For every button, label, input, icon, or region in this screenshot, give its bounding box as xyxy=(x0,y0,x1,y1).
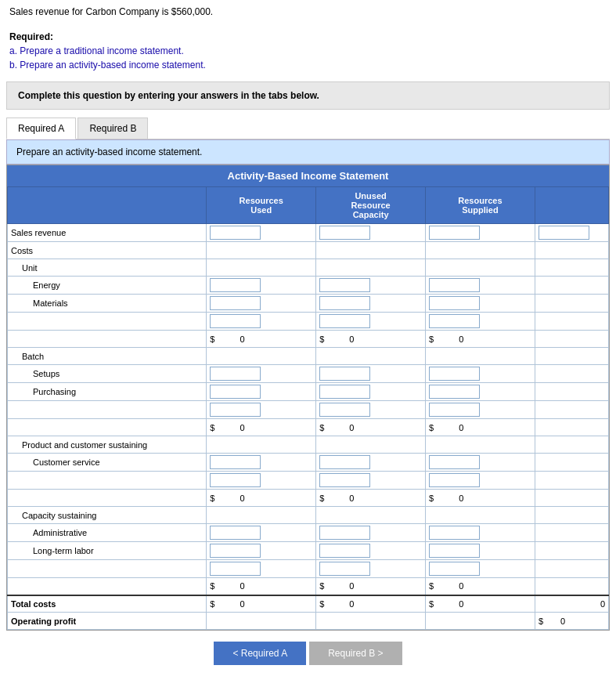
prev-button[interactable]: < Required A xyxy=(214,642,306,665)
cap-subtotal-col3: $ 0 xyxy=(426,578,535,595)
cap-subtotal-row: $ 0 $ 0 $ 0 xyxy=(8,578,609,595)
total-costs-col1: $ 0 xyxy=(207,595,316,613)
unit-blank-input-1[interactable] xyxy=(210,314,261,328)
setups-col1[interactable] xyxy=(207,365,316,383)
energy-input-3[interactable] xyxy=(429,278,480,292)
setups-input-1[interactable] xyxy=(210,367,261,381)
energy-input-2[interactable] xyxy=(319,278,370,292)
materials-col2[interactable] xyxy=(316,295,426,313)
tab-required-a[interactable]: Required A xyxy=(6,118,76,139)
sales-revenue-input-2[interactable] xyxy=(319,226,370,240)
cap-blank-input-1[interactable] xyxy=(210,562,261,576)
sales-revenue-col1[interactable] xyxy=(207,224,316,242)
unit-blank-col3[interactable] xyxy=(426,313,535,331)
batch-subtotal-label xyxy=(8,419,207,436)
setups-input-3[interactable] xyxy=(429,367,480,381)
admin-col2[interactable] xyxy=(316,524,426,542)
admin-col1[interactable] xyxy=(207,524,316,542)
prod-blank-input-1[interactable] xyxy=(210,473,261,487)
admin-input-1[interactable] xyxy=(210,526,261,540)
ltl-input-3[interactable] xyxy=(429,544,480,558)
next-button[interactable]: Required B > xyxy=(309,642,402,665)
prod-blank-col1[interactable] xyxy=(207,472,316,490)
prod-blank-col3[interactable] xyxy=(426,472,535,490)
ltl-input-1[interactable] xyxy=(210,544,261,558)
admin-col3[interactable] xyxy=(426,524,535,542)
unit-blank-input-2[interactable] xyxy=(319,314,370,328)
purchasing-col3[interactable] xyxy=(426,383,535,401)
ltl-col3[interactable] xyxy=(426,542,535,560)
batch-blank-input-1[interactable] xyxy=(210,403,261,417)
purchasing-label: Purchasing xyxy=(8,383,207,401)
admin-input-2[interactable] xyxy=(319,526,370,540)
unit-col2 xyxy=(316,259,426,277)
unit-blank-col1[interactable] xyxy=(207,313,316,331)
customer-service-col2[interactable] xyxy=(316,454,426,472)
batch-subtotal-col3: $ 0 xyxy=(426,419,535,436)
ltl-col2[interactable] xyxy=(316,542,426,560)
table-row: Materials xyxy=(8,295,609,313)
cap-blank-input-3[interactable] xyxy=(429,562,480,576)
dollar-sign: $ xyxy=(319,599,324,609)
sales-revenue-input-4[interactable] xyxy=(539,226,589,240)
customer-service-input-2[interactable] xyxy=(319,455,370,469)
purchasing-input-2[interactable] xyxy=(319,385,370,399)
cap-blank-col2[interactable] xyxy=(316,560,426,578)
op-profit-col4: $ 0 xyxy=(535,613,608,630)
materials-label: Materials xyxy=(8,295,207,313)
setups-input-2[interactable] xyxy=(319,367,370,381)
purchasing-col1[interactable] xyxy=(207,383,316,401)
materials-input-2[interactable] xyxy=(319,296,370,310)
prod-subtotal-val3: 0 xyxy=(435,494,463,503)
customer-service-col1[interactable] xyxy=(207,454,316,472)
materials-input-3[interactable] xyxy=(429,296,480,310)
batch-col2 xyxy=(316,348,426,365)
materials-col1[interactable] xyxy=(207,295,316,313)
product-cust-col3 xyxy=(426,436,535,454)
prod-blank-input-2[interactable] xyxy=(319,473,370,487)
ltl-input-2[interactable] xyxy=(319,544,370,558)
ltl-col1[interactable] xyxy=(207,542,316,560)
cap-blank-col4 xyxy=(535,560,608,578)
prod-blank-input-3[interactable] xyxy=(429,473,480,487)
customer-service-input-1[interactable] xyxy=(210,455,261,469)
customer-service-input-3[interactable] xyxy=(429,455,480,469)
batch-blank-col2[interactable] xyxy=(316,401,426,419)
setups-col3[interactable] xyxy=(426,365,535,383)
batch-blank-input-3[interactable] xyxy=(429,403,480,417)
sales-revenue-col4[interactable] xyxy=(535,224,608,242)
sales-revenue-col2[interactable] xyxy=(316,224,426,242)
energy-col1[interactable] xyxy=(207,277,316,295)
materials-col3[interactable] xyxy=(426,295,535,313)
setups-col2[interactable] xyxy=(316,365,426,383)
cap-blank-input-2[interactable] xyxy=(319,562,370,576)
unit-blank-input-3[interactable] xyxy=(429,314,480,328)
purchasing-col2[interactable] xyxy=(316,383,426,401)
customer-service-col3[interactable] xyxy=(426,454,535,472)
cap-blank-col1[interactable] xyxy=(207,560,316,578)
sales-revenue-input-1[interactable] xyxy=(210,226,261,240)
materials-input-1[interactable] xyxy=(210,296,261,310)
table-row: Product and customer sustaining xyxy=(8,436,609,454)
batch-blank-input-2[interactable] xyxy=(319,403,370,417)
costs-col1 xyxy=(207,242,316,259)
instruction-box: Complete this question by entering your … xyxy=(6,81,610,110)
sales-revenue-col3[interactable] xyxy=(426,224,535,242)
purchasing-input-1[interactable] xyxy=(210,385,261,399)
energy-col3[interactable] xyxy=(426,277,535,295)
energy-col2[interactable] xyxy=(316,277,426,295)
batch-blank-col3[interactable] xyxy=(426,401,535,419)
energy-label: Energy xyxy=(8,277,207,295)
unit-subtotal-row: $ 0 $ 0 $ 0 xyxy=(8,331,609,348)
batch-subtotal-col2: $ 0 xyxy=(316,419,426,436)
prod-blank-col2[interactable] xyxy=(316,472,426,490)
admin-input-3[interactable] xyxy=(429,526,480,540)
prod-subtotal-col4 xyxy=(535,490,608,507)
energy-input-1[interactable] xyxy=(210,278,261,292)
cap-blank-col3[interactable] xyxy=(426,560,535,578)
purchasing-input-3[interactable] xyxy=(429,385,480,399)
batch-blank-col1[interactable] xyxy=(207,401,316,419)
tab-required-b[interactable]: Required B xyxy=(77,118,148,139)
unit-blank-col2[interactable] xyxy=(316,313,426,331)
sales-revenue-input-3[interactable] xyxy=(429,226,480,240)
